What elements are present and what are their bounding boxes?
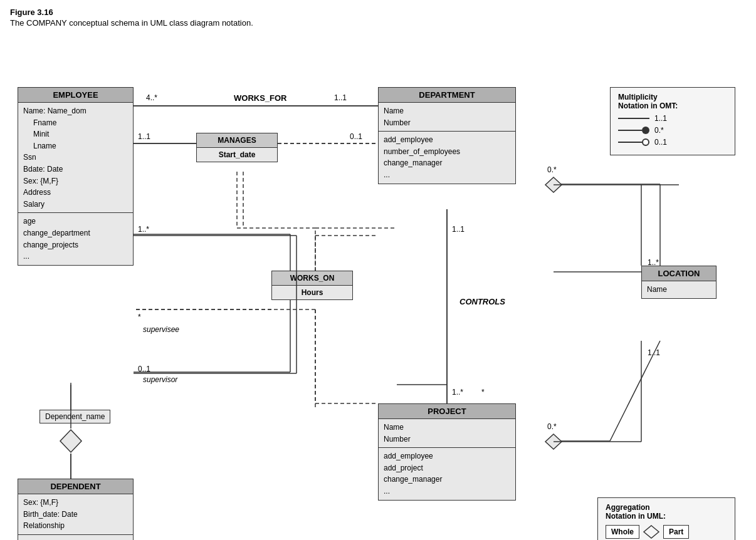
aggregation-notation-box: Aggregation Notation in UML: Whole Part — [597, 497, 735, 540]
mult-label-1: 1..1 — [654, 114, 667, 123]
line-icon — [618, 118, 649, 119]
dependent-methods: ... — [18, 535, 133, 540]
aggregation-row: Whole Part — [606, 524, 727, 539]
figure-caption: The COMPANY conceptual schema in UML cla… — [10, 18, 746, 28]
department-header: DEPARTMENT — [379, 88, 515, 103]
project-attributes: Name Number — [379, 419, 515, 448]
dept-location-diamond — [544, 177, 563, 193]
notation-row-2: 0.* — [618, 126, 727, 135]
works-for-right-mult: 1..1 — [334, 93, 347, 102]
project-header: PROJECT — [379, 404, 515, 419]
dependent-diamond — [58, 428, 83, 454]
employee-attributes: Name: Name_dom Fname Minit Lname Ssn Bda… — [18, 103, 133, 213]
works-for-label: WORKS_FOR — [234, 93, 287, 103]
location-class: LOCATION Name — [641, 266, 717, 299]
works-on-body: Hours — [272, 286, 352, 299]
employee-methods: age change_department change_projects ..… — [18, 213, 133, 264]
dependent-attributes: Sex: {M,F} Birth_date: Date Relationship — [18, 494, 133, 535]
supervisor-label: supervisor — [143, 375, 177, 384]
dependent-header: DEPENDENT — [18, 479, 133, 494]
dependent-name-box: Dependent_name — [39, 410, 110, 423]
manages-body: Start_date — [197, 148, 277, 162]
location-top-mult: 1..* — [648, 258, 659, 267]
supervisee-label: supervisee — [143, 325, 179, 334]
works-on-proj-star: * — [481, 388, 485, 397]
controls-label: CONTROLS — [459, 297, 505, 306]
manages-left-mult: 1..1 — [138, 132, 150, 141]
manages-right-mult: 0..1 — [350, 132, 362, 141]
proj-location-diamond — [544, 434, 563, 450]
department-methods: add_employee number_of_employees change_… — [379, 132, 515, 183]
figure-title: Figure 3.16 — [10, 8, 746, 17]
project-class: PROJECT Name Number add_employee add_pro… — [378, 403, 516, 501]
controls-dept-mult: 1..1 — [452, 225, 465, 234]
svg-marker-20 — [545, 177, 562, 192]
part-label: Part — [663, 525, 689, 539]
dependent-class: DEPENDENT Sex: {M,F} Birth_date: Date Re… — [18, 479, 134, 540]
project-methods: add_employee add_project change_manager … — [379, 448, 515, 499]
multiplicity-notation-box: Multiplicity Notation in OMT: 1..1 0.* 0… — [610, 87, 735, 155]
location-attributes: Name — [642, 281, 716, 298]
notation-title: Multiplicity Notation in OMT: — [618, 93, 727, 110]
svg-marker-21 — [545, 434, 562, 449]
aggregation-diamond-icon — [642, 524, 661, 539]
mult-label-2: 0.* — [654, 126, 664, 135]
employee-header: EMPLOYEE — [18, 88, 133, 103]
notation-row-1: 1..1 — [618, 114, 727, 123]
proj-location-mult: 0.* — [547, 422, 557, 431]
dot-icon — [618, 127, 649, 134]
works-for-left-mult: 4..* — [146, 93, 157, 102]
svg-marker-22 — [60, 430, 81, 452]
notation-row-3: 0..1 — [618, 138, 727, 147]
svg-marker-23 — [644, 526, 659, 538]
dept-location-mult: 0.* — [547, 165, 557, 174]
location-bottom-mult: 1..1 — [648, 348, 660, 357]
supervises-top-mult: 1..* — [138, 225, 149, 234]
open-icon — [618, 138, 649, 146]
manages-header: MANAGES — [197, 133, 277, 148]
department-attributes: Name Number — [379, 103, 515, 132]
diagram-container: EMPLOYEE Name: Name_dom Fname Minit Lnam… — [8, 34, 748, 535]
manages-box: MANAGES Start_date — [196, 133, 278, 162]
works-on-box: WORKS_ON Hours — [271, 271, 353, 300]
department-class: DEPARTMENT Name Number add_employee numb… — [378, 87, 516, 184]
works-on-header: WORKS_ON — [272, 271, 352, 286]
location-header: LOCATION — [642, 266, 716, 281]
employee-class: EMPLOYEE Name: Name_dom Fname Minit Lnam… — [18, 87, 134, 266]
aggregation-title: Aggregation Notation in UML: — [606, 503, 727, 521]
supervisor-mult: 0..1 — [138, 365, 150, 373]
supervises-star: * — [138, 313, 141, 321]
mult-label-3: 0..1 — [654, 138, 667, 147]
controls-proj-mult: 1..* — [452, 388, 463, 397]
whole-label: Whole — [606, 525, 639, 539]
